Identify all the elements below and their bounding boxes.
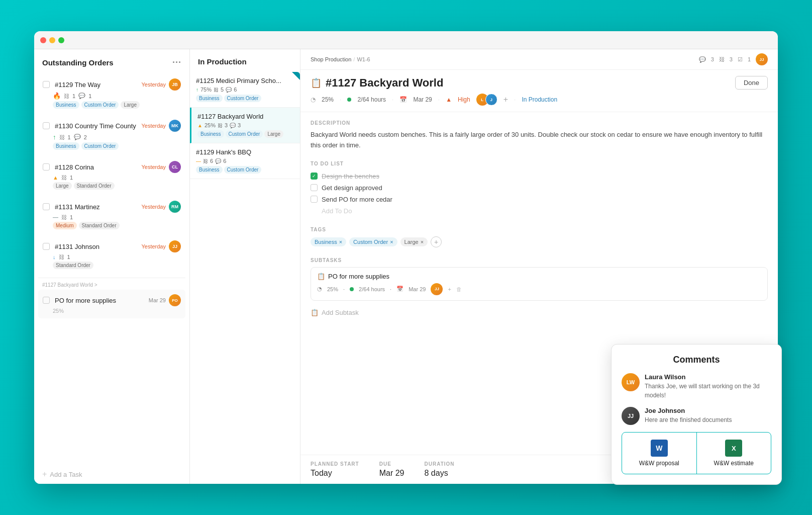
tag-medium: Medium xyxy=(53,222,77,229)
arrow-down-icon: ↓ xyxy=(53,254,56,260)
attachment-name: W&W estimate xyxy=(703,460,765,467)
delete-subtask-icon[interactable]: 🗑 xyxy=(456,286,462,292)
tag-large[interactable]: Large × xyxy=(400,237,428,246)
tag-business: Business xyxy=(53,101,79,109)
link-count: 1 xyxy=(70,214,73,220)
up-arrow-icon: ↑ xyxy=(196,87,198,93)
comment-icon: 💬 xyxy=(74,134,81,140)
tag-business: Business xyxy=(53,142,79,150)
task-item-the-way[interactable]: #1129 The Way Yesterday JB 🔥 ⛓ 1 💬 1 xyxy=(38,74,185,113)
task-checkbox[interactable] xyxy=(43,243,50,250)
task-item-country-time[interactable]: #1130 Country Time County Yesterday MK ↑… xyxy=(38,115,185,154)
due-value: Mar 29 xyxy=(379,469,404,478)
prod-task-hanks[interactable]: #1129 Hank's BBQ — ⛓ 6 💬 6 Business Cust… xyxy=(190,143,300,179)
comment-text: Here are the finished documents xyxy=(645,415,732,424)
add-task-button[interactable]: + Add a Task xyxy=(34,465,189,484)
todo-checkbox[interactable]: ✓ xyxy=(311,173,318,180)
add-subtask-button[interactable]: 📋 Add Subtask xyxy=(311,305,768,320)
todo-checkbox[interactable] xyxy=(311,184,318,191)
comment-count: 1 xyxy=(88,93,91,99)
comment-icon: 💬 xyxy=(699,56,706,63)
breadcrumb-path: Shop Production / W1-6 xyxy=(311,56,370,62)
task-title: #1130 Country Time County xyxy=(55,122,141,130)
task-checkbox[interactable] xyxy=(43,297,50,304)
link-icon: ⛓ xyxy=(719,56,725,62)
attachment-word[interactable]: W W&W proposal xyxy=(622,433,697,474)
add-assignee-icon[interactable]: + xyxy=(448,286,451,292)
todo-item-design-approved[interactable]: Get design approved xyxy=(311,182,768,194)
breadcrumb-w1: W1-6 xyxy=(357,56,370,62)
link-count: 1 xyxy=(67,254,70,260)
up-arrow-icon: ↑ xyxy=(53,133,56,141)
link-icon: ⛓ xyxy=(59,254,64,260)
description-text: Backyard World needs custom benches. Thi… xyxy=(311,130,768,151)
task-meta: ↓ ⛓ 1 xyxy=(53,254,181,260)
subtask-item-po[interactable]: 📋 PO for more supplies ◔ 25% · 2/64 hour… xyxy=(311,267,768,301)
task-checkbox[interactable] xyxy=(43,203,50,210)
todo-section: TO DO LIST ✓ Design the benches Get desi… xyxy=(311,161,768,217)
subtask-title: PO for more supplies xyxy=(55,297,149,304)
link-count: 1 xyxy=(70,175,73,181)
progress-value: 25% xyxy=(322,96,334,103)
prod-task-backyard[interactable]: #1127 Backyard World ▲ 25% ⛓ 3 💬 3 Busin… xyxy=(190,108,300,143)
breadcrumb-shop[interactable]: Shop Production xyxy=(311,56,351,62)
link-icon: ⛓ xyxy=(61,175,67,181)
tag-large: Large xyxy=(264,130,283,138)
link-count: 5 xyxy=(221,87,224,93)
prod-task-title: #1127 Backyard World xyxy=(197,113,294,120)
task-checkbox[interactable] xyxy=(43,163,50,170)
attachment-excel[interactable]: X W&W estimate xyxy=(697,433,771,474)
close-button[interactable] xyxy=(40,37,46,43)
avatar: MK xyxy=(169,120,181,132)
task-checkbox[interactable] xyxy=(43,122,50,129)
minimize-button[interactable] xyxy=(49,37,55,43)
task-title: #1131 Johnson xyxy=(55,243,141,250)
add-todo-button[interactable]: Add To Do xyxy=(311,205,768,217)
comment-count: 6 xyxy=(234,87,237,93)
link-count: 6 xyxy=(210,158,213,164)
avatar: JJ xyxy=(431,283,443,295)
task-tags: Business Custom Order Large xyxy=(53,101,181,109)
tag-custom-order[interactable]: Custom Order × xyxy=(349,237,397,246)
task-item-corina[interactable]: #1128 Corina Yesterday CL ▲ ⛓ 1 Large xyxy=(38,156,185,194)
task-type-icon: 📋 xyxy=(311,77,322,89)
todo-item-design[interactable]: ✓ Design the benches xyxy=(311,170,768,182)
todo-checkbox[interactable] xyxy=(311,196,318,203)
avatar: RM xyxy=(169,201,181,213)
link-icon: ⛓ xyxy=(59,134,65,140)
add-assignee-button[interactable]: + xyxy=(503,95,508,104)
dash-icon: — xyxy=(196,158,201,164)
outstanding-orders-column: Outstanding Orders ··· #1129 The Way Yes… xyxy=(34,49,190,484)
maximize-button[interactable] xyxy=(58,37,64,43)
remove-tag-icon[interactable]: × xyxy=(339,239,342,245)
tag-business: Business xyxy=(196,95,223,102)
remove-tag-icon[interactable]: × xyxy=(421,239,424,245)
triangle-icon: ▲ xyxy=(53,175,58,181)
comment-count: 3 xyxy=(238,122,241,128)
tag-standard-order: Standard Order xyxy=(74,182,115,190)
add-tag-button[interactable]: + xyxy=(431,236,442,247)
subtask-item-po-supplies[interactable]: PO for more supplies Mar 29 PO 25% xyxy=(38,290,185,318)
plus-icon: + xyxy=(42,470,47,479)
remove-tag-icon[interactable]: × xyxy=(390,239,393,245)
prod-task-medici[interactable]: #1125 Medici Primary Scho... ↑ 75% ⛓ 5 💬… xyxy=(190,72,300,108)
task-item-martinez[interactable]: #1131 Martinez Yesterday RM — ⛓ 1 Medium xyxy=(38,196,185,234)
subtask-icon: 📋 xyxy=(317,273,325,280)
done-button[interactable]: Done xyxy=(735,76,768,90)
task-title: #1131 Martinez xyxy=(55,203,141,211)
todo-text: Send PO for more cedar xyxy=(322,196,392,203)
detail-meta-icons: 💬 3 ⛓ 3 ☑ 1 JJ xyxy=(699,53,768,65)
tag-business[interactable]: Business × xyxy=(311,237,346,246)
subtask-title-text: PO for more supplies xyxy=(328,273,389,280)
task-item-johnson[interactable]: #1131 Johnson Yesterday JJ ↓ ⛓ 1 Standar… xyxy=(38,236,185,274)
progress-circle: ◔ xyxy=(317,286,322,292)
todo-item-send-po[interactable]: Send PO for more cedar xyxy=(311,194,768,205)
avatar: JJ xyxy=(756,53,768,65)
task-checkbox[interactable] xyxy=(43,81,50,88)
subtask-hours: 2/64 hours xyxy=(359,286,385,292)
outstanding-orders-menu[interactable]: ··· xyxy=(172,57,181,68)
task-tags: Standard Order xyxy=(53,262,181,269)
subtasks-section: SUBTASKS 📋 PO for more supplies ◔ 25% · … xyxy=(311,258,768,320)
subtask-title: 📋 PO for more supplies xyxy=(317,273,761,280)
tag-custom-order: Custom Order xyxy=(226,130,263,138)
